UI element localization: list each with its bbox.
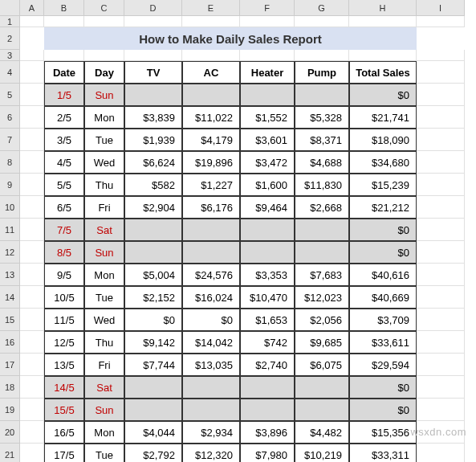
cell-total[interactable]: $40,616 [349, 264, 417, 286]
cell[interactable] [417, 309, 465, 331]
cell-pump[interactable] [295, 399, 349, 421]
cell-date[interactable]: 8/5 [44, 241, 84, 264]
cell-ac[interactable]: $19,896 [182, 151, 240, 174]
cell-tv[interactable]: $4,044 [124, 421, 182, 444]
cell[interactable] [20, 129, 44, 151]
cell[interactable] [417, 50, 465, 61]
row-header[interactable]: 4 [0, 61, 20, 84]
cell[interactable] [417, 61, 465, 84]
cell-day[interactable]: Sat [84, 376, 124, 399]
cell-tv[interactable]: $582 [124, 174, 182, 196]
cell[interactable] [124, 50, 182, 61]
cell[interactable] [20, 331, 44, 354]
cell-heater[interactable] [240, 219, 295, 241]
cell-heater[interactable]: $3,896 [240, 421, 295, 444]
row-header[interactable]: 12 [0, 241, 20, 264]
row-header[interactable]: 15 [0, 309, 20, 331]
cell[interactable] [295, 16, 349, 27]
cell-heater[interactable]: $1,552 [240, 106, 295, 129]
cell-tv[interactable]: $5,004 [124, 264, 182, 286]
cell[interactable] [124, 16, 182, 27]
cell-tv[interactable]: $2,792 [124, 444, 182, 462]
cell-ac[interactable]: $24,576 [182, 264, 240, 286]
cell-ac[interactable]: $1,227 [182, 174, 240, 196]
row-header[interactable]: 8 [0, 151, 20, 174]
cell-date[interactable]: 12/5 [44, 331, 84, 354]
cell-total[interactable]: $29,594 [349, 354, 417, 376]
cell-tv[interactable] [124, 219, 182, 241]
cell[interactable] [20, 174, 44, 196]
cell[interactable] [20, 84, 44, 106]
cell-date[interactable]: 7/5 [44, 219, 84, 241]
cell-day[interactable]: Sat [84, 219, 124, 241]
cell-heater[interactable]: $10,470 [240, 286, 295, 309]
cell-heater[interactable]: $7,980 [240, 444, 295, 462]
cell-pump[interactable]: $4,688 [295, 151, 349, 174]
cell[interactable] [240, 50, 295, 61]
cell-ac[interactable]: $6,176 [182, 196, 240, 219]
cell-day[interactable]: Sun [84, 84, 124, 106]
cell-tv[interactable]: $9,142 [124, 331, 182, 354]
cell[interactable] [417, 399, 465, 421]
row-header[interactable]: 1 [0, 16, 20, 27]
cell-day[interactable]: Thu [84, 174, 124, 196]
cell-date[interactable]: 4/5 [44, 151, 84, 174]
cell-tv[interactable] [124, 376, 182, 399]
cell-heater[interactable]: $3,472 [240, 151, 295, 174]
cell-total[interactable]: $15,239 [349, 174, 417, 196]
cell-day[interactable]: Sun [84, 241, 124, 264]
cell-total[interactable]: $21,212 [349, 196, 417, 219]
cell-total[interactable]: $40,669 [349, 286, 417, 309]
cell-tv[interactable]: $0 [124, 309, 182, 331]
column-header[interactable]: H [349, 0, 417, 16]
cell[interactable] [417, 286, 465, 309]
row-header[interactable]: 13 [0, 264, 20, 286]
cell-tv[interactable] [124, 84, 182, 106]
cell[interactable] [240, 16, 295, 27]
cell-heater[interactable] [240, 399, 295, 421]
cell-ac[interactable]: $13,035 [182, 354, 240, 376]
cell-pump[interactable]: $6,075 [295, 354, 349, 376]
row-header[interactable]: 5 [0, 84, 20, 106]
row-header[interactable]: 19 [0, 399, 20, 421]
row-header[interactable]: 20 [0, 421, 20, 444]
column-header[interactable]: D [124, 0, 182, 16]
cell-day[interactable]: Tue [84, 286, 124, 309]
header-tv[interactable]: TV [124, 61, 182, 84]
cell-total[interactable]: $33,611 [349, 331, 417, 354]
cell[interactable] [20, 219, 44, 241]
cell-ac[interactable]: $0 [182, 309, 240, 331]
cell[interactable] [417, 151, 465, 174]
row-header[interactable]: 14 [0, 286, 20, 309]
cell-tv[interactable] [124, 241, 182, 264]
cell-heater[interactable]: $1,600 [240, 174, 295, 196]
cell[interactable] [417, 27, 465, 50]
cell-date[interactable]: 10/5 [44, 286, 84, 309]
cell-ac[interactable] [182, 84, 240, 106]
cell[interactable] [20, 444, 44, 462]
cell-ac[interactable]: $2,934 [182, 421, 240, 444]
cell[interactable] [417, 84, 465, 106]
cell[interactable] [349, 16, 417, 27]
cell-total[interactable]: $3,709 [349, 309, 417, 331]
cell[interactable] [20, 286, 44, 309]
row-header[interactable]: 17 [0, 354, 20, 376]
cell[interactable] [417, 331, 465, 354]
cell[interactable] [20, 196, 44, 219]
cell-day[interactable]: Fri [84, 354, 124, 376]
cell[interactable] [417, 241, 465, 264]
cell-day[interactable]: Wed [84, 309, 124, 331]
cell[interactable] [417, 106, 465, 129]
cell-day[interactable]: Sun [84, 399, 124, 421]
cell[interactable] [349, 50, 417, 61]
cell-tv[interactable]: $7,744 [124, 354, 182, 376]
cell-ac[interactable]: $14,042 [182, 331, 240, 354]
cell-total[interactable]: $0 [349, 84, 417, 106]
column-header[interactable]: A [20, 0, 44, 16]
cell-total[interactable]: $18,090 [349, 129, 417, 151]
cell[interactable] [20, 309, 44, 331]
cell-heater[interactable]: $3,353 [240, 264, 295, 286]
cell-pump[interactable] [295, 84, 349, 106]
cell[interactable] [417, 16, 465, 27]
cell-pump[interactable]: $7,683 [295, 264, 349, 286]
